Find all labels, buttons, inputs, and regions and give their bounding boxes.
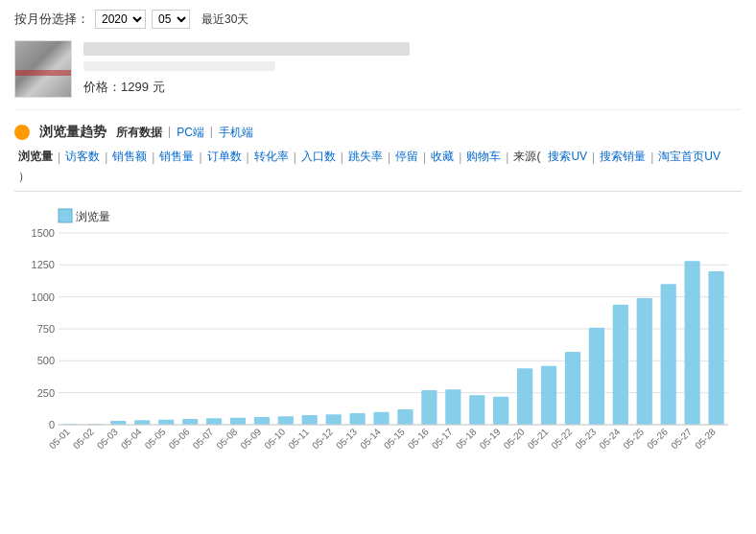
svg-text:05-17: 05-17 bbox=[430, 426, 455, 451]
svg-text:750: 750 bbox=[37, 323, 55, 335]
svg-text:05-28: 05-28 bbox=[693, 426, 718, 451]
svg-text:05-02: 05-02 bbox=[71, 426, 96, 451]
trend-icon bbox=[14, 125, 30, 140]
tab-orders[interactable]: 订单数 bbox=[203, 147, 246, 167]
svg-text:05-08: 05-08 bbox=[215, 426, 240, 451]
svg-rect-22 bbox=[254, 417, 270, 425]
link-all[interactable]: 所有数据 bbox=[116, 125, 162, 141]
svg-text:05-23: 05-23 bbox=[573, 426, 598, 451]
svg-rect-35 bbox=[565, 352, 580, 425]
date-range-button[interactable]: 最近30天 bbox=[201, 12, 248, 28]
link-mobile[interactable]: 手机端 bbox=[219, 125, 253, 141]
svg-text:05-06: 05-06 bbox=[167, 426, 192, 451]
svg-text:1500: 1500 bbox=[32, 227, 55, 239]
tab-sales-count[interactable]: 销售量 bbox=[155, 147, 198, 167]
svg-rect-20 bbox=[206, 418, 222, 425]
svg-rect-31 bbox=[469, 395, 484, 425]
svg-rect-40 bbox=[685, 261, 700, 425]
svg-text:05-18: 05-18 bbox=[454, 426, 479, 451]
tab-search-uv[interactable]: 搜索UV bbox=[544, 147, 591, 167]
filter-row: 按月份选择： 2020 2019 2021 05 01020304 060708… bbox=[14, 10, 742, 29]
svg-text:500: 500 bbox=[37, 355, 55, 366]
svg-rect-38 bbox=[637, 298, 652, 425]
svg-rect-33 bbox=[517, 368, 532, 425]
svg-rect-18 bbox=[158, 420, 174, 425]
svg-text:0: 0 bbox=[49, 419, 55, 430]
tabs-row: 浏览量 | 访客数 | 销售额 | 销售量 | 订单数 | 转化率 | 入口数 … bbox=[14, 147, 742, 192]
svg-text:05-05: 05-05 bbox=[143, 426, 168, 451]
svg-rect-30 bbox=[445, 389, 461, 425]
svg-text:05-25: 05-25 bbox=[621, 426, 646, 451]
product-title-bar2 bbox=[83, 61, 275, 71]
svg-rect-36 bbox=[589, 328, 604, 425]
svg-text:05-09: 05-09 bbox=[238, 426, 263, 451]
svg-rect-37 bbox=[613, 305, 628, 425]
svg-text:1250: 1250 bbox=[32, 259, 55, 270]
tab-visitors[interactable]: 访客数 bbox=[61, 147, 104, 167]
svg-rect-34 bbox=[541, 366, 556, 425]
svg-text:1000: 1000 bbox=[32, 291, 55, 303]
month-select[interactable]: 05 01020304 06070809 101112 bbox=[152, 10, 190, 29]
svg-rect-25 bbox=[326, 414, 342, 425]
svg-rect-29 bbox=[421, 390, 437, 425]
svg-text:浏览量: 浏览量 bbox=[76, 210, 110, 223]
svg-text:05-20: 05-20 bbox=[502, 426, 527, 451]
tab-source-label: 来源( bbox=[509, 147, 544, 167]
svg-text:05-16: 05-16 bbox=[406, 426, 431, 451]
svg-text:250: 250 bbox=[37, 387, 55, 399]
svg-text:05-27: 05-27 bbox=[669, 426, 694, 451]
product-info: 价格：1299 元 bbox=[83, 42, 742, 96]
svg-text:05-21: 05-21 bbox=[526, 426, 551, 451]
svg-text:05-03: 05-03 bbox=[95, 426, 120, 451]
svg-text:05-10: 05-10 bbox=[262, 426, 287, 451]
tab-browse[interactable]: 浏览量 bbox=[14, 147, 57, 167]
tab-taobao-uv[interactable]: 淘宝首页UV bbox=[654, 147, 724, 167]
svg-text:05-15: 05-15 bbox=[382, 426, 407, 451]
tab-conversion[interactable]: 转化率 bbox=[250, 147, 293, 167]
svg-text:05-22: 05-22 bbox=[550, 426, 575, 451]
tab-sales-amount[interactable]: 销售额 bbox=[108, 147, 151, 167]
svg-rect-41 bbox=[708, 271, 723, 425]
product-price: 价格：1299 元 bbox=[83, 79, 742, 96]
svg-text:05-19: 05-19 bbox=[478, 426, 503, 451]
svg-text:05-14: 05-14 bbox=[358, 426, 383, 451]
main-container: 按月份选择： 2020 2019 2021 05 01020304 060708… bbox=[0, 0, 756, 534]
svg-text:05-13: 05-13 bbox=[334, 426, 359, 451]
year-select[interactable]: 2020 2019 2021 bbox=[95, 10, 146, 29]
section-links: 所有数据 | PC端 | 手机端 bbox=[116, 125, 253, 141]
tab-bounce[interactable]: 跳失率 bbox=[344, 147, 387, 167]
svg-rect-71 bbox=[59, 209, 72, 222]
product-row: 价格：1299 元 bbox=[14, 40, 742, 110]
svg-text:05-26: 05-26 bbox=[645, 426, 670, 451]
product-title-bar bbox=[83, 42, 410, 56]
tab-entry[interactable]: 入口数 bbox=[297, 147, 340, 167]
section-title: 浏览量趋势 bbox=[39, 124, 106, 141]
link-pc[interactable]: PC端 bbox=[177, 125, 204, 141]
svg-rect-28 bbox=[397, 409, 413, 425]
svg-text:05-04: 05-04 bbox=[119, 426, 144, 451]
svg-rect-16 bbox=[110, 421, 126, 425]
chart-container: 025050075010001250150005-0105-0205-0305-… bbox=[18, 199, 738, 477]
svg-rect-17 bbox=[134, 420, 150, 425]
tab-collect[interactable]: 收藏 bbox=[427, 147, 458, 167]
filter-label: 按月份选择： bbox=[14, 11, 89, 28]
svg-rect-32 bbox=[493, 397, 508, 425]
svg-rect-27 bbox=[373, 412, 389, 425]
svg-rect-23 bbox=[278, 416, 294, 425]
svg-text:05-11: 05-11 bbox=[286, 426, 311, 451]
product-image bbox=[14, 40, 72, 98]
svg-text:05-07: 05-07 bbox=[191, 426, 216, 451]
svg-text:05-24: 05-24 bbox=[597, 426, 622, 451]
svg-text:05-12: 05-12 bbox=[310, 426, 335, 451]
tab-dwell[interactable]: 停留 bbox=[391, 147, 422, 167]
svg-rect-24 bbox=[302, 415, 318, 425]
tab-cart[interactable]: 购物车 bbox=[462, 147, 505, 167]
svg-rect-19 bbox=[182, 419, 198, 425]
bar-chart: 025050075010001250150005-0105-0205-0305-… bbox=[18, 199, 738, 477]
svg-rect-26 bbox=[350, 413, 366, 425]
svg-rect-39 bbox=[661, 284, 676, 425]
section-header: 浏览量趋势 所有数据 | PC端 | 手机端 bbox=[14, 124, 742, 141]
svg-rect-21 bbox=[230, 418, 246, 425]
tab-source-end: ） bbox=[14, 167, 34, 187]
tab-search-sales[interactable]: 搜索销量 bbox=[596, 147, 650, 167]
